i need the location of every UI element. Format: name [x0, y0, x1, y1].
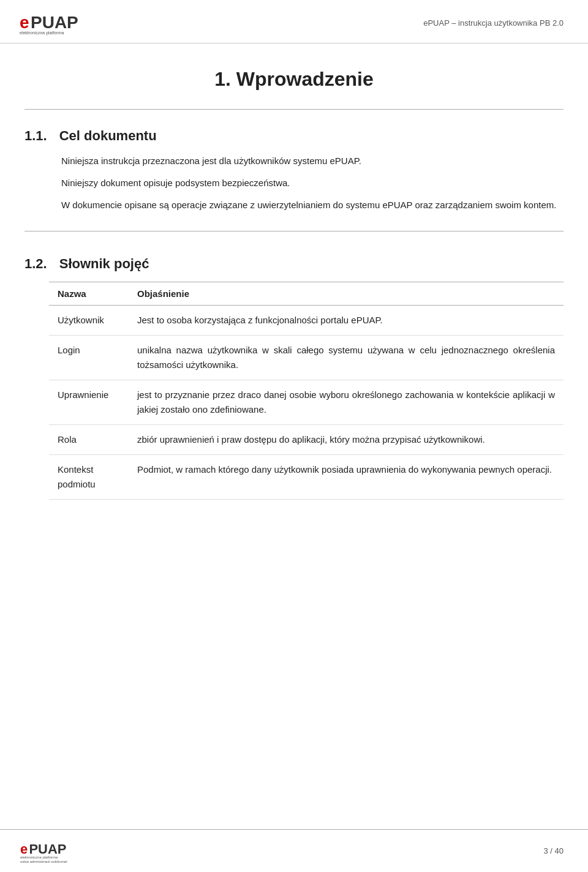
section-2-title: Słownik pojęć [59, 256, 149, 272]
epuap-logo-icon: e PUAP elektroniczna platforma usług adm… [18, 9, 104, 37]
table-row: UżytkownikJest to osoba korzystająca z f… [49, 306, 564, 336]
footer-logo: e PUAP elektroniczna platforma usług adm… [18, 837, 98, 865]
section-1-number: 1.1. [24, 128, 47, 144]
svg-text:usług administracji publicznej: usług administracji publicznej [20, 36, 75, 37]
svg-text:PUAP: PUAP [31, 13, 78, 32]
table-row: Rolazbiór uprawnienień i praw dostępu do… [49, 425, 564, 455]
table-row: Loginunikalna nazwa użytkownika w skali … [49, 336, 564, 380]
header-logo: e PUAP elektroniczna platforma usług adm… [18, 9, 104, 37]
footer-page-number: 3 / 40 [543, 846, 564, 855]
section-divider-2 [24, 231, 564, 231]
footer-epuap-logo-icon: e PUAP elektroniczna platforma usług adm… [18, 837, 98, 863]
section-1-title: Cel dokumentu [59, 128, 157, 144]
section-2-heading: 1.2. Słownik pojęć [24, 250, 564, 272]
svg-text:elektroniczna platforma: elektroniczna platforma [20, 31, 64, 36]
section-1-heading: 1.1. Cel dokumentu [24, 122, 564, 144]
term-cell: Rola [49, 425, 129, 455]
svg-text:e: e [20, 841, 28, 857]
header-doc-title: ePUAP – instrukcja użytkownika PB 2.0 [423, 18, 564, 28]
term-cell: Kontekst podmiotu [49, 455, 129, 500]
svg-text:e: e [20, 13, 29, 32]
chapter-title: 1. Wprowadzenie [24, 68, 564, 91]
definition-cell: zbiór uprawnienień i praw dostępu do apl… [129, 425, 564, 455]
svg-text:usług administracji publicznej: usług administracji publicznej [20, 860, 67, 863]
glossary-table: Nazwa Objaśnienie UżytkownikJest to osob… [49, 282, 564, 500]
col-header-def: Objaśnienie [129, 282, 564, 306]
page-header: e PUAP elektroniczna platforma usług adm… [0, 0, 588, 43]
table-row: Uprawnieniejest to przyznanie przez drac… [49, 380, 564, 425]
paragraph-2: Niniejszy dokument opisuje podsystem bez… [61, 176, 564, 190]
term-cell: Użytkownik [49, 306, 129, 336]
col-header-name: Nazwa [49, 282, 129, 306]
chapter-heading: 1. Wprowadzenie [24, 68, 564, 91]
section-divider-1 [24, 109, 564, 110]
paragraph-3: W dokumencie opisane są operacje związan… [61, 198, 564, 212]
term-cell: Login [49, 336, 129, 380]
definition-cell: Jest to osoba korzystająca z funkcjonaln… [129, 306, 564, 336]
page-footer: e PUAP elektroniczna platforma usług adm… [0, 829, 588, 872]
definition-cell: jest to przyznanie przez draco danej oso… [129, 380, 564, 425]
section-2-number: 1.2. [24, 256, 47, 272]
table-row: Kontekst podmiotuPodmiot, w ramach które… [49, 455, 564, 500]
definition-cell: unikalna nazwa użytkownika w skali całeg… [129, 336, 564, 380]
svg-text:PUAP: PUAP [29, 841, 67, 857]
glossary-section: 1.2. Słownik pojęć Nazwa Objaśnienie Uży… [24, 250, 564, 500]
definition-cell: Podmiot, w ramach którego dany użytkowni… [129, 455, 564, 500]
main-content: 1. Wprowadzenie 1.1. Cel dokumentu Ninie… [0, 68, 588, 549]
term-cell: Uprawnienie [49, 380, 129, 425]
paragraph-1: Niniejsza instrukcja przeznaczona jest d… [61, 154, 564, 168]
table-header-row: Nazwa Objaśnienie [49, 282, 564, 306]
svg-text:elektroniczna platforma: elektroniczna platforma [20, 855, 58, 859]
